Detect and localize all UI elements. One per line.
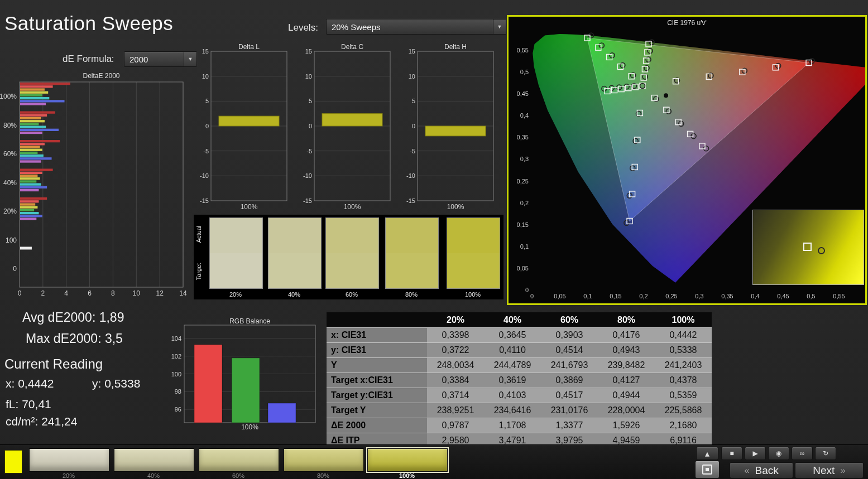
row-label: Target Y: [327, 403, 427, 418]
target-swatch: [447, 253, 500, 289]
svg-text:0,15: 0,15: [610, 293, 621, 299]
svg-text:96: 96: [175, 406, 181, 413]
svg-text:4: 4: [64, 289, 68, 297]
de-formula-value: 2000: [130, 55, 148, 64]
table-cell: 0,4943: [598, 343, 655, 358]
deltae-bar: [20, 143, 45, 145]
play-icon-button[interactable]: ▶: [745, 447, 766, 460]
next-button[interactable]: Next »: [795, 462, 864, 478]
deltae-bar: [20, 200, 39, 202]
svg-text:0,5: 0,5: [807, 293, 815, 299]
svg-text:12: 12: [156, 289, 164, 297]
loop-icon-button[interactable]: ↻: [815, 447, 836, 460]
rgb-bar-blue: [268, 403, 296, 423]
patch-tile-100%[interactable]: [367, 448, 448, 472]
svg-text:6: 6: [88, 289, 92, 297]
actual-row-label: Actual: [195, 220, 202, 248]
svg-text:0,4: 0,4: [751, 293, 759, 299]
svg-text:0: 0: [530, 293, 534, 299]
patch-tile-60%[interactable]: [199, 448, 279, 472]
swatch-strip: 20%40%60%80%100%: [194, 215, 503, 299]
table-cell: 231,0176: [541, 403, 598, 418]
svg-text:0,1: 0,1: [583, 293, 592, 299]
infinity-icon-button[interactable]: ∞: [792, 447, 813, 460]
deltae-bar: [20, 85, 53, 88]
deltae-bar: [20, 126, 46, 128]
row-label: x: CIE31: [327, 328, 427, 343]
target-swatch: [385, 253, 439, 289]
svg-text:0,55: 0,55: [833, 293, 845, 299]
table-cell: 0,4944: [598, 388, 655, 403]
swatch-label: 60%: [325, 291, 378, 298]
delta-c-chart: 151050-5-10-15: [304, 47, 394, 212]
svg-text:10: 10: [305, 73, 312, 80]
patch-tile-80%[interactable]: [284, 448, 364, 472]
svg-text:0,25: 0,25: [517, 178, 529, 185]
patch-tile-label: 80%: [284, 472, 363, 479]
patch-tile-20%[interactable]: [29, 448, 109, 472]
deltae-bar: [20, 149, 42, 151]
swatch-label: 40%: [268, 291, 320, 298]
table-row: ΔE 20000,97871,17081,33771,59262,1680: [327, 418, 712, 433]
delta-h-xlabel: 100%: [418, 203, 493, 211]
levels-dropdown[interactable]: 20% Sweeps ▼: [326, 19, 506, 35]
table-header: 60%: [541, 312, 598, 328]
table-cell: 0,4127: [598, 373, 655, 388]
measurement-table: 20%40%60%80%100%x: CIE310,33980,36450,39…: [327, 312, 712, 448]
svg-text:-10: -10: [406, 172, 415, 179]
back-button[interactable]: « Back: [730, 462, 793, 478]
deltae-bar: [20, 117, 41, 119]
table-header: 40%: [484, 312, 541, 328]
delta_h-bar: [425, 126, 486, 136]
table-cell: 0,4514: [541, 343, 598, 358]
table-header: 80%: [598, 312, 655, 328]
svg-text:100: 100: [171, 371, 181, 378]
table-cell: 0,4110: [484, 343, 541, 358]
de-formula-dropdown[interactable]: 2000 ▼: [124, 51, 197, 67]
pattern-window-button[interactable]: [695, 461, 720, 478]
deltae-bar: [20, 146, 40, 148]
svg-text:0: 0: [13, 265, 17, 273]
patch-tile-40%[interactable]: [114, 448, 194, 472]
stop-icon-button[interactable]: ■: [721, 447, 742, 460]
rgb-bar-green: [232, 358, 260, 423]
row-label: Target y:CIE31: [327, 388, 427, 403]
current-cdm2: cd/m²: 241,24: [6, 415, 77, 428]
table-cell: 239,8482: [598, 358, 655, 373]
levels-label: Levels:: [288, 22, 318, 33]
table-cell: 1,5926: [598, 418, 655, 433]
eject-button[interactable]: ▴: [696, 447, 718, 460]
svg-text:-5: -5: [410, 148, 415, 154]
record-icon-button[interactable]: ◉: [768, 447, 789, 460]
table-cell: 0,3398: [427, 328, 484, 343]
swatch-column: 60%: [325, 217, 378, 298]
table-cell: 0,4176: [598, 328, 655, 343]
swatch-label: 20%: [209, 291, 262, 298]
svg-text:0,5: 0,5: [520, 69, 529, 75]
row-label: ΔE 2000: [327, 418, 427, 433]
rgb-balance-xlabel: 100%: [184, 423, 315, 431]
svg-text:0,45: 0,45: [517, 90, 529, 97]
svg-text:15: 15: [202, 48, 209, 55]
target-swatch: [268, 253, 322, 289]
reference-dot: [664, 93, 668, 98]
table-cell: 0,3903: [541, 328, 598, 343]
table-cell: 228,0004: [598, 403, 655, 418]
svg-text:10: 10: [409, 73, 415, 80]
eject-icon: ▴: [705, 448, 709, 459]
table-row: y: CIE310,37220,41100,45140,49430,5338: [327, 343, 712, 358]
swatch-label: 80%: [385, 291, 438, 298]
back-arrow-icon: «: [744, 465, 749, 476]
deltae-bar: [20, 114, 47, 117]
svg-text:0,4: 0,4: [520, 112, 529, 119]
page-title: Saturation Sweeps: [4, 12, 173, 35]
deltae-bar: [20, 247, 32, 250]
svg-text:98: 98: [175, 388, 181, 395]
deltae-bar: [20, 212, 39, 214]
table-cell: 0,4442: [655, 328, 712, 343]
row-label: Target x:CIE31: [327, 373, 427, 388]
deltae-bar: [20, 215, 42, 217]
svg-text:15: 15: [305, 48, 312, 55]
table-cell: 0,3869: [541, 373, 598, 388]
svg-text:10: 10: [133, 289, 141, 297]
